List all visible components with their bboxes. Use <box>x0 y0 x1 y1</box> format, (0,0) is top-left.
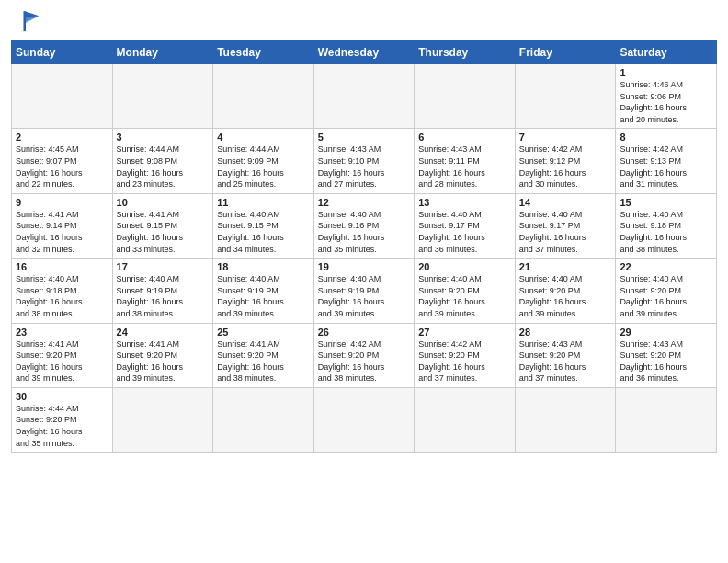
day-info: Sunrise: 4:42 AM Sunset: 9:13 PM Dayligh… <box>620 144 712 190</box>
weekday-header-monday: Monday <box>112 41 213 64</box>
day-number: 17 <box>117 261 210 272</box>
calendar-cell: 25Sunrise: 4:41 AM Sunset: 9:20 PM Dayli… <box>213 323 314 387</box>
day-number: 14 <box>519 197 612 208</box>
day-number: 8 <box>620 132 712 143</box>
day-number: 24 <box>117 327 210 338</box>
day-number: 5 <box>318 132 411 143</box>
day-number: 30 <box>16 391 108 402</box>
day-info: Sunrise: 4:44 AM Sunset: 9:09 PM Dayligh… <box>217 144 310 190</box>
calendar-cell <box>313 387 415 452</box>
day-number: 21 <box>519 261 612 272</box>
logo <box>11 9 44 35</box>
day-info: Sunrise: 4:42 AM Sunset: 9:12 PM Dayligh… <box>519 144 612 190</box>
weekday-header-tuesday: Tuesday <box>213 41 314 64</box>
generalblue-logo-icon <box>11 9 40 35</box>
day-number: 25 <box>217 327 310 338</box>
day-info: Sunrise: 4:40 AM Sunset: 9:20 PM Dayligh… <box>418 273 511 319</box>
day-number: 12 <box>318 197 411 208</box>
calendar-cell <box>112 64 213 129</box>
day-number: 1 <box>620 67 712 78</box>
calendar-cell: 7Sunrise: 4:42 AM Sunset: 9:12 PM Daylig… <box>515 129 616 193</box>
calendar-cell: 18Sunrise: 4:40 AM Sunset: 9:19 PM Dayli… <box>213 259 314 323</box>
calendar-cell: 9Sunrise: 4:41 AM Sunset: 9:14 PM Daylig… <box>12 193 113 258</box>
day-info: Sunrise: 4:41 AM Sunset: 9:20 PM Dayligh… <box>117 339 210 385</box>
day-number: 13 <box>418 197 511 208</box>
day-info: Sunrise: 4:43 AM Sunset: 9:11 PM Dayligh… <box>418 144 511 190</box>
day-info: Sunrise: 4:44 AM Sunset: 9:20 PM Dayligh… <box>16 403 108 449</box>
day-info: Sunrise: 4:40 AM Sunset: 9:17 PM Dayligh… <box>418 209 511 255</box>
day-number: 3 <box>117 132 210 143</box>
day-number: 10 <box>117 197 210 208</box>
calendar-cell: 26Sunrise: 4:42 AM Sunset: 9:20 PM Dayli… <box>313 323 415 387</box>
week-row-3: 9Sunrise: 4:41 AM Sunset: 9:14 PM Daylig… <box>12 193 717 258</box>
day-number: 19 <box>318 261 411 272</box>
week-row-2: 2Sunrise: 4:45 AM Sunset: 9:07 PM Daylig… <box>12 129 717 193</box>
calendar-cell: 13Sunrise: 4:40 AM Sunset: 9:17 PM Dayli… <box>415 193 516 258</box>
calendar-cell <box>213 64 314 129</box>
calendar-cell <box>515 64 616 129</box>
calendar-cell <box>415 64 516 129</box>
day-info: Sunrise: 4:45 AM Sunset: 9:07 PM Dayligh… <box>16 144 108 190</box>
day-info: Sunrise: 4:41 AM Sunset: 9:20 PM Dayligh… <box>16 339 108 385</box>
calendar-cell: 28Sunrise: 4:43 AM Sunset: 9:20 PM Dayli… <box>515 323 616 387</box>
calendar-cell: 17Sunrise: 4:40 AM Sunset: 9:19 PM Dayli… <box>112 259 213 323</box>
calendar-page: SundayMondayTuesdayWednesdayThursdayFrid… <box>0 0 728 563</box>
day-info: Sunrise: 4:40 AM Sunset: 9:18 PM Dayligh… <box>16 273 108 319</box>
week-row-5: 23Sunrise: 4:41 AM Sunset: 9:20 PM Dayli… <box>12 323 717 387</box>
calendar-cell <box>616 387 717 452</box>
calendar-cell <box>313 64 415 129</box>
calendar-cell: 11Sunrise: 4:40 AM Sunset: 9:15 PM Dayli… <box>213 193 314 258</box>
day-info: Sunrise: 4:40 AM Sunset: 9:15 PM Dayligh… <box>217 209 310 255</box>
day-info: Sunrise: 4:41 AM Sunset: 9:14 PM Dayligh… <box>16 209 108 255</box>
day-number: 18 <box>217 261 310 272</box>
calendar-cell <box>112 387 213 452</box>
day-number: 28 <box>519 327 612 338</box>
weekday-header-row: SundayMondayTuesdayWednesdayThursdayFrid… <box>12 41 717 64</box>
day-info: Sunrise: 4:40 AM Sunset: 9:19 PM Dayligh… <box>217 273 310 319</box>
day-info: Sunrise: 4:46 AM Sunset: 9:06 PM Dayligh… <box>620 79 712 125</box>
day-info: Sunrise: 4:40 AM Sunset: 9:16 PM Dayligh… <box>318 209 411 255</box>
day-number: 22 <box>620 261 712 272</box>
weekday-header-saturday: Saturday <box>616 41 717 64</box>
calendar-cell <box>12 64 113 129</box>
day-number: 2 <box>16 132 108 143</box>
calendar-cell: 16Sunrise: 4:40 AM Sunset: 9:18 PM Dayli… <box>12 259 113 323</box>
day-info: Sunrise: 4:40 AM Sunset: 9:20 PM Dayligh… <box>519 273 612 319</box>
week-row-4: 16Sunrise: 4:40 AM Sunset: 9:18 PM Dayli… <box>12 259 717 323</box>
calendar-cell: 2Sunrise: 4:45 AM Sunset: 9:07 PM Daylig… <box>12 129 113 193</box>
week-row-1: 1Sunrise: 4:46 AM Sunset: 9:06 PM Daylig… <box>12 64 717 129</box>
calendar-cell: 15Sunrise: 4:40 AM Sunset: 9:18 PM Dayli… <box>616 193 717 258</box>
calendar-cell: 1Sunrise: 4:46 AM Sunset: 9:06 PM Daylig… <box>616 64 717 129</box>
calendar-cell: 14Sunrise: 4:40 AM Sunset: 9:17 PM Dayli… <box>515 193 616 258</box>
day-info: Sunrise: 4:41 AM Sunset: 9:20 PM Dayligh… <box>217 339 310 385</box>
day-number: 6 <box>418 132 511 143</box>
weekday-header-wednesday: Wednesday <box>313 41 415 64</box>
calendar-cell: 23Sunrise: 4:41 AM Sunset: 9:20 PM Dayli… <box>12 323 113 387</box>
calendar-cell: 27Sunrise: 4:42 AM Sunset: 9:20 PM Dayli… <box>415 323 516 387</box>
calendar-cell: 10Sunrise: 4:41 AM Sunset: 9:15 PM Dayli… <box>112 193 213 258</box>
header <box>11 9 717 35</box>
weekday-header-sunday: Sunday <box>12 41 113 64</box>
calendar-cell: 3Sunrise: 4:44 AM Sunset: 9:08 PM Daylig… <box>112 129 213 193</box>
day-info: Sunrise: 4:40 AM Sunset: 9:19 PM Dayligh… <box>117 273 210 319</box>
day-info: Sunrise: 4:44 AM Sunset: 9:08 PM Dayligh… <box>117 144 210 190</box>
day-number: 11 <box>217 197 310 208</box>
day-number: 20 <box>418 261 511 272</box>
day-info: Sunrise: 4:40 AM Sunset: 9:18 PM Dayligh… <box>620 209 712 255</box>
calendar-cell <box>213 387 314 452</box>
day-info: Sunrise: 4:41 AM Sunset: 9:15 PM Dayligh… <box>117 209 210 255</box>
calendar-cell: 21Sunrise: 4:40 AM Sunset: 9:20 PM Dayli… <box>515 259 616 323</box>
day-info: Sunrise: 4:42 AM Sunset: 9:20 PM Dayligh… <box>418 339 511 385</box>
day-info: Sunrise: 4:40 AM Sunset: 9:20 PM Dayligh… <box>620 273 712 319</box>
calendar-table: SundayMondayTuesdayWednesdayThursdayFrid… <box>11 40 717 453</box>
calendar-cell: 19Sunrise: 4:40 AM Sunset: 9:19 PM Dayli… <box>313 259 415 323</box>
calendar-cell: 12Sunrise: 4:40 AM Sunset: 9:16 PM Dayli… <box>313 193 415 258</box>
day-number: 7 <box>519 132 612 143</box>
weekday-header-friday: Friday <box>515 41 616 64</box>
day-number: 15 <box>620 197 712 208</box>
week-row-6: 30Sunrise: 4:44 AM Sunset: 9:20 PM Dayli… <box>12 387 717 452</box>
calendar-cell: 22Sunrise: 4:40 AM Sunset: 9:20 PM Dayli… <box>616 259 717 323</box>
day-number: 23 <box>16 327 108 338</box>
day-number: 26 <box>318 327 411 338</box>
calendar-cell: 6Sunrise: 4:43 AM Sunset: 9:11 PM Daylig… <box>415 129 516 193</box>
